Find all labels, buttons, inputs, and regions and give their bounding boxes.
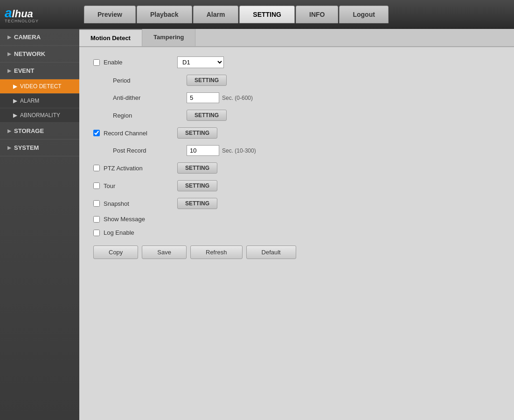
tour-label[interactable]: Tour — [93, 182, 177, 189]
tab-motion-detect[interactable]: Motion Detect — [79, 29, 142, 46]
ptz-setting-button[interactable]: SETTING — [177, 162, 217, 174]
record-channel-label[interactable]: Record Channel — [93, 130, 177, 137]
dahua-logo: a lhua TECHNOLOGY — [5, 6, 39, 23]
camera-arrow-icon: ▶ — [7, 35, 11, 40]
copy-button[interactable]: Copy — [93, 245, 138, 259]
content-area: Motion Detect Tampering Enable D1 D2 D3 … — [79, 29, 514, 420]
tab-alarm[interactable]: Alarm — [193, 6, 239, 23]
anti-dither-input[interactable] — [187, 92, 219, 103]
tour-setting-button[interactable]: SETTING — [177, 180, 217, 191]
alarm-sub-arrow-icon: ▶ — [13, 98, 17, 104]
show-message-row: Show Message — [93, 216, 500, 223]
sidebar-item-abnormality[interactable]: ▶ ABNORMALITY — [0, 108, 79, 123]
enable-label[interactable]: Enable — [93, 59, 177, 66]
post-record-unit: Sec. (10-300) — [222, 147, 256, 154]
snapshot-row: Snapshot SETTING — [93, 198, 500, 209]
network-arrow-icon: ▶ — [7, 51, 11, 56]
log-enable-label[interactable]: Log Enable — [93, 229, 177, 236]
sidebar-item-label-network: NETWORK — [14, 50, 45, 57]
anti-dither-unit: Sec. (0-600) — [222, 95, 253, 101]
snapshot-label[interactable]: Snapshot — [93, 200, 177, 207]
enable-checkbox[interactable] — [93, 59, 100, 66]
ptz-checkbox[interactable] — [93, 165, 100, 171]
tour-checkbox[interactable] — [93, 182, 100, 189]
tour-text: Tour — [104, 182, 115, 189]
log-enable-text: Log Enable — [104, 229, 134, 236]
region-label: Region — [103, 112, 187, 119]
snapshot-text: Snapshot — [104, 200, 129, 207]
tab-info[interactable]: INFO — [296, 6, 338, 23]
period-label: Period — [103, 77, 187, 84]
tab-preview[interactable]: Preview — [84, 6, 136, 23]
system-arrow-icon: ▶ — [7, 145, 11, 150]
event-arrow-icon: ▶ — [7, 68, 11, 73]
record-channel-setting-button[interactable]: SETTING — [177, 127, 217, 139]
refresh-button[interactable]: Refresh — [190, 245, 243, 259]
post-record-input[interactable] — [187, 145, 219, 156]
abnormality-arrow-icon: ▶ — [13, 112, 17, 119]
tab-logout[interactable]: Logout — [339, 6, 388, 23]
anti-dither-label: Anti-dither — [103, 94, 187, 101]
show-message-checkbox[interactable] — [93, 216, 100, 223]
enable-text: Enable — [104, 59, 122, 66]
tab-playback[interactable]: Playback — [137, 6, 192, 23]
record-channel-text: Record Channel — [104, 130, 147, 137]
ptz-text: PTZ Activation — [104, 165, 143, 172]
bottom-buttons: Copy Save Refresh Default — [93, 245, 500, 259]
enable-row: Enable D1 D2 D3 D4 — [93, 56, 500, 68]
sidebar-item-network[interactable]: ▶ NETWORK — [0, 46, 79, 63]
header: a lhua TECHNOLOGY Preview Playback Alarm… — [0, 0, 514, 29]
post-record-label: Post Record — [103, 147, 187, 154]
show-message-label[interactable]: Show Message — [93, 216, 177, 223]
sidebar-item-label-alarm-sub: ALARM — [20, 98, 39, 104]
log-enable-checkbox[interactable] — [93, 230, 100, 236]
record-channel-checkbox[interactable] — [93, 130, 100, 136]
logo-tech: TECHNOLOGY — [5, 19, 39, 23]
anti-dither-row: Anti-dither Sec. (0-600) — [93, 92, 500, 103]
sidebar-item-label-event: EVENT — [14, 67, 34, 74]
sidebar-item-video-detect[interactable]: ▶ VIDEO DETECT — [0, 79, 79, 94]
region-row: Region SETTING — [93, 110, 500, 121]
ptz-label[interactable]: PTZ Activation — [93, 165, 177, 172]
default-button[interactable]: Default — [246, 245, 296, 259]
period-row: Period SETTING — [93, 75, 500, 86]
sidebar-item-event[interactable]: ▶ EVENT — [0, 63, 79, 79]
sidebar-item-label-storage: STORAGE — [14, 127, 44, 134]
sidebar: ▶ CAMERA ▶ NETWORK ▶ EVENT ▶ VIDEO DETEC… — [0, 29, 79, 420]
show-message-text: Show Message — [104, 216, 145, 223]
storage-arrow-icon: ▶ — [7, 128, 11, 133]
post-record-row: Post Record Sec. (10-300) — [93, 145, 500, 156]
sub-tabs: Motion Detect Tampering — [79, 29, 514, 47]
sidebar-item-camera[interactable]: ▶ CAMERA — [0, 29, 79, 46]
channel-select[interactable]: D1 D2 D3 D4 — [177, 56, 224, 68]
tab-tampering[interactable]: Tampering — [142, 29, 196, 46]
snapshot-checkbox[interactable] — [93, 200, 100, 207]
tab-setting[interactable]: SETTING — [239, 6, 295, 23]
sidebar-item-label-video-detect: VIDEO DETECT — [20, 83, 62, 90]
sidebar-item-system[interactable]: ▶ SYSTEM — [0, 140, 79, 156]
sidebar-item-storage[interactable]: ▶ STORAGE — [0, 123, 79, 140]
region-setting-button[interactable]: SETTING — [187, 110, 227, 121]
channel-dropdown-wrapper: D1 D2 D3 D4 — [177, 56, 224, 68]
tour-row: Tour SETTING — [93, 180, 500, 191]
log-enable-row: Log Enable — [93, 229, 500, 236]
sidebar-item-alarm-sub[interactable]: ▶ ALARM — [0, 94, 79, 108]
save-button[interactable]: Save — [142, 245, 187, 259]
nav-tabs: Preview Playback Alarm SETTING INFO Logo… — [84, 6, 389, 23]
record-channel-row: Record Channel SETTING — [93, 127, 500, 139]
form-area: Enable D1 D2 D3 D4 Period SETTING A — [79, 47, 514, 420]
period-setting-button[interactable]: SETTING — [187, 75, 227, 86]
main-layout: ▶ CAMERA ▶ NETWORK ▶ EVENT ▶ VIDEO DETEC… — [0, 29, 514, 420]
logo-area: a lhua TECHNOLOGY — [5, 6, 84, 23]
snapshot-setting-button[interactable]: SETTING — [177, 198, 217, 209]
video-detect-arrow-icon: ▶ — [13, 83, 17, 90]
sidebar-item-label-system: SYSTEM — [14, 144, 39, 151]
ptz-row: PTZ Activation SETTING — [93, 162, 500, 174]
sidebar-item-label-abnormality: ABNORMALITY — [20, 112, 60, 119]
sidebar-item-label-camera: CAMERA — [14, 34, 41, 41]
